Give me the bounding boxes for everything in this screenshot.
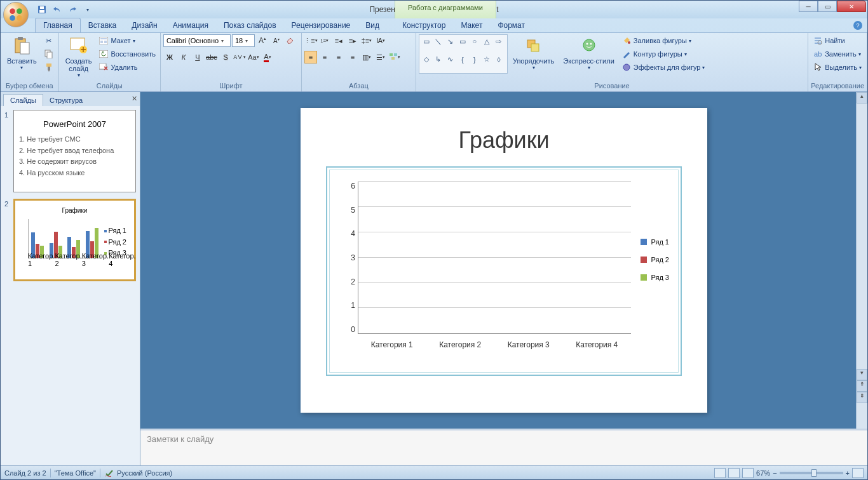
normal-view-button[interactable]	[714, 468, 726, 478]
font-size-combo[interactable]: 18▾	[232, 34, 255, 47]
font-color-button[interactable]: A▾	[261, 51, 274, 63]
zoom-out-button[interactable]: −	[773, 469, 776, 477]
strike-button[interactable]: abc	[205, 51, 218, 63]
select-button[interactable]: Выделить ▾	[811, 61, 864, 74]
notes-pane[interactable]: Заметки к слайду	[140, 429, 867, 465]
scroll-up-button[interactable]: ▴	[857, 92, 867, 103]
scroll-down-button[interactable]: ▾	[857, 369, 867, 380]
chart-legend: Ряд 1Ряд 2Ряд 3	[641, 231, 669, 288]
slide-title[interactable]: Графики	[326, 127, 682, 154]
format-painter-button[interactable]	[42, 61, 56, 74]
align-text-button[interactable]: ☰▾	[374, 51, 387, 63]
svg-point-3	[17, 15, 22, 21]
zoom-slider[interactable]	[780, 472, 843, 474]
layout-button[interactable]: Макет ▾	[97, 34, 157, 47]
find-button[interactable]: Найти	[811, 34, 864, 47]
zoom-value[interactable]: 67%	[756, 469, 770, 477]
replace-button[interactable]: abЗаменить ▾	[811, 48, 864, 60]
save-button[interactable]	[36, 4, 48, 15]
align-left-button[interactable]: ≡	[304, 51, 317, 63]
align-right-button[interactable]: ≡	[332, 51, 345, 63]
italic-icon: К	[182, 53, 186, 61]
tab-chart-layout[interactable]: Макет	[453, 18, 490, 32]
numbering-button[interactable]: 1≡▾	[318, 34, 331, 47]
font-name-combo[interactable]: Calibri (Основно▾	[163, 34, 231, 47]
italic-button[interactable]: К	[177, 51, 190, 63]
pane-tab-outline[interactable]: Структура	[43, 95, 89, 106]
paste-button[interactable]: Вставить▾	[3, 34, 41, 72]
help-button[interactable]: ?	[853, 21, 862, 30]
next-slide-button[interactable]: ⇟	[857, 392, 867, 403]
pane-close-button[interactable]: ✕	[132, 95, 137, 103]
minimize-button[interactable]: ─	[799, 1, 818, 12]
change-case-button[interactable]: Aa▾	[247, 51, 260, 63]
vertical-scrollbar[interactable]: ▴ ▾ ⇞ ⇟	[856, 92, 867, 429]
qat-customize[interactable]: ▾	[82, 4, 93, 15]
cut-button[interactable]: ✂	[42, 34, 56, 47]
replace-icon: ab	[813, 49, 823, 59]
shadow-icon: S	[223, 53, 227, 61]
inc-indent-button[interactable]: ≡▸	[346, 34, 359, 47]
tab-home[interactable]: Главная	[35, 18, 81, 32]
ribbon: Вставить▾ ✂ Буфер обмена Создать слайд▾ …	[1, 32, 867, 92]
main-slide[interactable]: Графики 6543210 Категория 1Категория 2Ка…	[301, 108, 707, 413]
align-center-button[interactable]: ≡	[318, 51, 331, 63]
tab-insert[interactable]: Вставка	[81, 18, 125, 32]
underline-button[interactable]: Ч	[191, 51, 204, 63]
slideshow-view-button[interactable]	[742, 468, 754, 478]
office-button[interactable]	[3, 2, 29, 27]
sorter-view-button[interactable]	[728, 468, 740, 478]
align-center-icon: ≡	[323, 53, 327, 61]
thumbnail-1[interactable]: 1 PowerPoint 2007 1. Не требует СМС 2. Н…	[4, 110, 136, 192]
delete-button[interactable]: Удалить	[97, 61, 157, 74]
thumbnail-2[interactable]: 2 Графики Ряд 1Ряд 2Ряд 3Категор. 1Катег…	[4, 199, 136, 281]
dec-indent-button[interactable]: ≡◂	[332, 34, 345, 47]
text-direction-button[interactable]: ⅠA▾	[374, 34, 387, 47]
zoom-in-button[interactable]: +	[846, 469, 850, 477]
grow-font-button[interactable]: A▴	[256, 34, 269, 47]
line-spacing-button[interactable]: ‡≡▾	[360, 34, 373, 47]
arrange-button[interactable]: Упорядочить▾	[509, 34, 558, 72]
shape-effects-button[interactable]: Эффекты для фигур ▾	[620, 61, 707, 74]
pane-tab-slides[interactable]: Слайды	[3, 94, 43, 106]
bold-button[interactable]: Ж	[163, 51, 176, 63]
fit-window-button[interactable]	[852, 468, 864, 478]
new-slide-button[interactable]: Создать слайд▾	[62, 34, 96, 79]
tab-review[interactable]: Рецензирование	[284, 18, 358, 32]
spellcheck-icon[interactable]	[104, 468, 114, 478]
tab-animation[interactable]: Анимация	[165, 18, 216, 32]
shadow-button[interactable]: S	[219, 51, 232, 63]
char-spacing-button[interactable]: AV▾	[233, 51, 246, 63]
prev-slide-button[interactable]: ⇞	[857, 380, 867, 392]
shape-outline-button[interactable]: Контур фигуры ▾	[620, 48, 707, 60]
justify-button[interactable]: ≡	[346, 51, 359, 63]
arrange-icon	[524, 36, 544, 56]
status-language[interactable]: Русский (Россия)	[117, 469, 172, 477]
lbrace-icon: {	[458, 55, 468, 64]
chart-object[interactable]: 6543210 Категория 1Категория 2Категория …	[326, 166, 682, 376]
shape-fill-button[interactable]: Заливка фигуры ▾	[620, 34, 707, 47]
bullets-button[interactable]: ⋮≡▾	[304, 34, 317, 47]
columns-button[interactable]: ▥▾	[360, 51, 373, 63]
close-button[interactable]: ✕	[837, 1, 866, 12]
copy-button[interactable]	[42, 48, 56, 60]
shapes-gallery[interactable]: ▭ ＼ ↘ ▭ ○ △ ⇨ ◇ ↳ ∿ { } ☆ ◊	[419, 34, 508, 74]
undo-button[interactable]	[51, 4, 63, 15]
tab-chart-design[interactable]: Конструктор	[395, 18, 453, 32]
quick-styles-button[interactable]: Экспресс-стили▾	[559, 34, 618, 72]
font-color-icon: A	[264, 53, 268, 62]
svg-point-28	[590, 43, 592, 45]
select-icon	[813, 62, 823, 72]
tab-chart-format[interactable]: Формат	[490, 18, 532, 32]
maximize-button[interactable]: ▭	[818, 1, 837, 12]
clear-format-button[interactable]	[284, 34, 297, 47]
tab-design[interactable]: Дизайн	[124, 18, 165, 32]
reset-button[interactable]: Восстановить	[97, 48, 157, 60]
smartart-button[interactable]: ▾	[388, 51, 401, 63]
thumbnails: 1 PowerPoint 2007 1. Не требует СМС 2. Н…	[1, 106, 140, 465]
redo-button[interactable]	[67, 4, 78, 15]
tab-slideshow[interactable]: Показ слайдов	[216, 18, 284, 32]
shrink-font-button[interactable]: A▾	[270, 34, 283, 47]
tab-view[interactable]: Вид	[358, 18, 387, 32]
save-icon	[37, 5, 46, 14]
